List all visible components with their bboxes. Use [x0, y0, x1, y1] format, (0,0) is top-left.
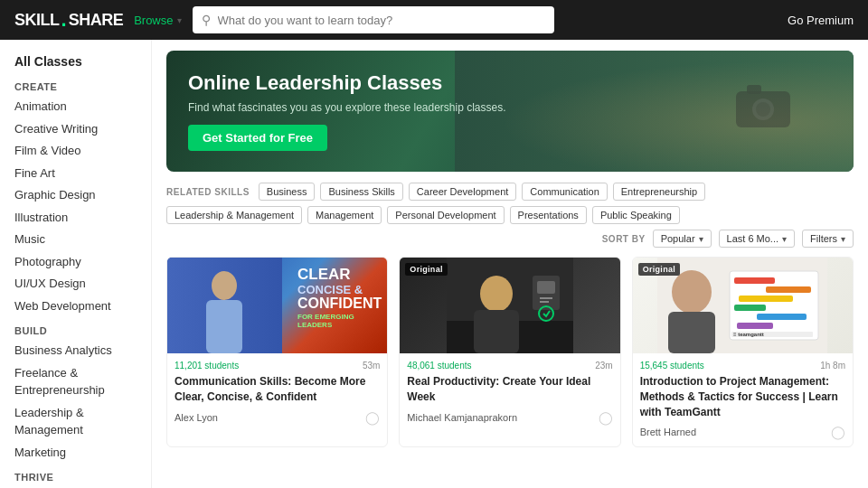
card1-text-confident: CONFIDENT — [297, 296, 382, 312]
chevron-down-icon: ▾ — [699, 234, 703, 244]
skill-tag-business-skills[interactable]: Business Skills — [320, 183, 402, 201]
filters-label: Filters — [810, 233, 837, 244]
browse-button[interactable]: Browse ▾ — [134, 14, 181, 27]
card1-person-area — [167, 258, 282, 353]
skill-tag-personal-development[interactable]: Personal Development — [387, 206, 504, 224]
card-duration-1: 53m — [363, 361, 380, 371]
svg-rect-22 — [734, 305, 766, 311]
card1-text-area: CLEAR CONCISE & CONFIDENT FOR EMERGING L… — [297, 267, 382, 329]
sidebar-item-graphic-design[interactable]: Graphic Design — [14, 186, 151, 204]
sidebar-item-leadership-management[interactable]: Leadership & Management — [14, 404, 151, 439]
sidebar-item-business-analytics[interactable]: Business Analytics — [14, 342, 151, 360]
skill-tag-management[interactable]: Management — [307, 206, 382, 224]
card-author-2: Michael Kamjanaprakorn — [407, 412, 517, 423]
card-title-3: Introduction to Project Management: Meth… — [640, 374, 845, 419]
card-author-3: Brett Harned — [640, 427, 696, 437]
card2-scene — [447, 258, 573, 353]
sidebar-item-film-video[interactable]: Film & Video — [14, 142, 151, 160]
svg-rect-12 — [540, 297, 552, 299]
browse-label: Browse — [134, 14, 173, 27]
card-thumbnail-3: Original — [633, 258, 853, 353]
skill-tag-public-speaking[interactable]: Public Speaking — [592, 206, 680, 224]
sidebar-item-marketing[interactable]: Marketing — [14, 444, 151, 462]
course-cards-grid: CLEAR CONCISE & CONFIDENT FOR EMERGING L… — [166, 257, 854, 447]
svg-rect-3 — [747, 85, 761, 94]
go-premium-button[interactable]: Go Premium — [788, 14, 854, 27]
card-title-1: Communication Skills: Become More Clear,… — [175, 374, 380, 405]
course-card-1[interactable]: CLEAR CONCISE & CONFIDENT FOR EMERGING L… — [166, 257, 388, 447]
sidebar-section-thrive: THRIVE — [14, 472, 151, 483]
related-skills-label: RELATED SKILLS — [166, 187, 250, 197]
hero-cta-button[interactable]: Get Started for Free — [188, 125, 327, 151]
card-badge-2: Original — [405, 263, 447, 276]
svg-rect-9 — [474, 310, 519, 353]
sidebar-item-photography[interactable]: Photography — [14, 253, 151, 271]
sidebar-item-music[interactable]: Music — [14, 230, 151, 249]
svg-rect-11 — [537, 281, 555, 294]
sidebar-item-animation[interactable]: Animation — [14, 98, 151, 116]
search-icon: ⚲ — [202, 13, 211, 27]
sidebar-item-web-development[interactable]: Web Development — [14, 297, 151, 315]
hero-banner: Online Leadership Classes Find what fasc… — [166, 51, 854, 172]
card-footer-2: Michael Kamjanaprakorn ◯ — [407, 410, 612, 425]
svg-point-16 — [672, 270, 712, 314]
card-body-3: 15,645 students 1h 8m Introduction to Pr… — [633, 353, 853, 446]
card-footer-3: Brett Harned ◯ — [640, 425, 845, 439]
chevron-down-icon: ▾ — [782, 234, 787, 244]
svg-rect-5 — [206, 300, 242, 353]
skill-tag-business[interactable]: Business — [259, 183, 316, 201]
hero-title: Online Leadership Classes — [188, 71, 506, 95]
sidebar-item-uiux-design[interactable]: UI/UX Design — [14, 275, 151, 293]
sort-popular-select[interactable]: Popular ▾ — [653, 230, 712, 248]
svg-rect-23 — [757, 314, 807, 320]
bookmark-icon-2[interactable]: ◯ — [599, 410, 613, 425]
bookmark-icon-3[interactable]: ◯ — [831, 425, 845, 439]
sidebar-section-build: BUILD — [14, 325, 151, 336]
card-thumbnail-1: CLEAR CONCISE & CONFIDENT FOR EMERGING L… — [167, 258, 387, 353]
person-silhouette — [197, 267, 251, 353]
skill-tag-entrepreneurship[interactable]: Entrepreneurship — [613, 183, 705, 201]
card-author-1: Alex Lyon — [175, 412, 218, 423]
card3-scene: ≡ teamgantt — [657, 258, 827, 353]
sidebar-item-creative-writing[interactable]: Creative Writing — [14, 120, 151, 138]
card-body-1: 11,201 students 53m Communication Skills… — [167, 353, 387, 432]
camera-decoration — [727, 69, 799, 141]
card-duration-2: 23m — [595, 361, 612, 371]
sidebar-all-classes[interactable]: All Classes — [14, 54, 151, 69]
chevron-down-icon: ▾ — [177, 15, 182, 25]
filters-button[interactable]: Filters ▾ — [802, 230, 854, 248]
card-duration-3: 1h 8m — [820, 361, 845, 371]
skill-tag-leadership-management[interactable]: Leadership & Management — [166, 206, 302, 224]
sort-popular-value: Popular — [661, 233, 695, 244]
course-card-3[interactable]: Original — [632, 257, 854, 447]
sidebar: All Classes CREATE Animation Creative Wr… — [0, 40, 152, 488]
main-layout: All Classes CREATE Animation Creative Wr… — [0, 40, 868, 488]
skill-tag-presentations[interactable]: Presentations — [510, 206, 587, 224]
logo-dot: . — [61, 10, 67, 30]
card-meta-1: 11,201 students 53m — [175, 361, 380, 371]
card-footer-1: Alex Lyon ◯ — [175, 410, 380, 425]
card-thumbnail-2: Original — [400, 258, 619, 353]
svg-point-2 — [756, 102, 770, 117]
skill-tag-career-development[interactable]: Career Development — [409, 183, 517, 201]
svg-rect-21 — [739, 296, 793, 302]
hero-subtitle: Find what fascinates you as you explore … — [188, 101, 506, 114]
svg-point-8 — [480, 276, 513, 312]
sidebar-section-create: CREATE — [14, 81, 151, 92]
card1-text-sub: FOR EMERGING — [297, 313, 382, 321]
search-bar: ⚲ — [193, 6, 554, 33]
sort-by-label: SORT BY — [602, 234, 646, 244]
sidebar-item-illustration[interactable]: Illustration — [14, 209, 151, 227]
course-card-2[interactable]: Original — [399, 257, 620, 447]
search-input[interactable] — [218, 14, 545, 27]
sidebar-item-freelance[interactable]: Freelance & Entrepreneurship — [14, 364, 151, 399]
svg-rect-19 — [734, 277, 775, 284]
card1-text-leaders: LEADERS — [297, 321, 382, 329]
sort-time-select[interactable]: Last 6 Mo... ▾ — [719, 230, 795, 248]
skill-tag-communication[interactable]: Communication — [522, 183, 607, 201]
bookmark-icon-1[interactable]: ◯ — [365, 410, 380, 425]
sidebar-item-fine-art[interactable]: Fine Art — [14, 164, 151, 183]
header: SKILL . SHARE Browse ▾ ⚲ Go Premium — [0, 0, 868, 40]
card-students-1: 11,201 students — [175, 361, 239, 371]
card1-text-concise: CONCISE & — [297, 284, 382, 296]
